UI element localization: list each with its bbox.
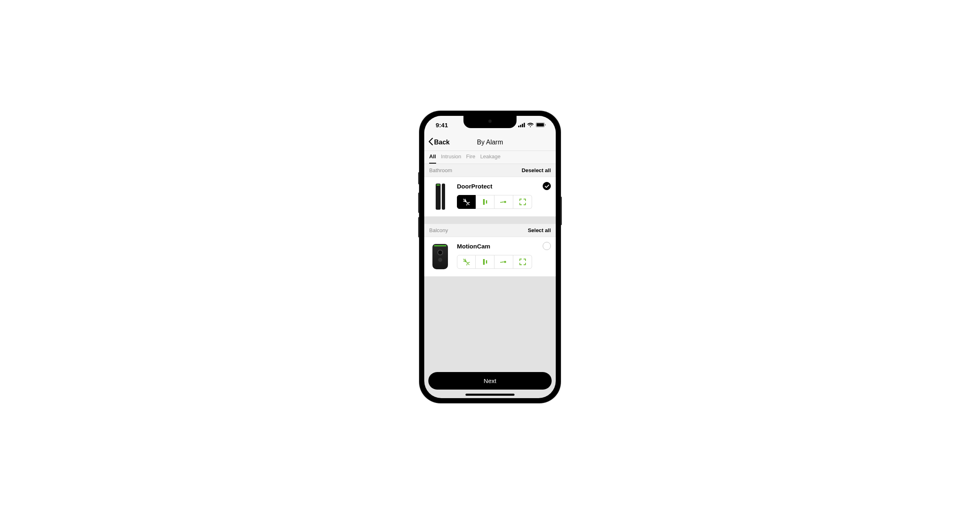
tabs: All Intrusion Fire Leakage: [424, 151, 556, 164]
svg-rect-7: [483, 199, 485, 205]
content-spacer: [424, 277, 556, 372]
attr-glass[interactable]: [494, 255, 513, 269]
svg-rect-0: [518, 126, 519, 127]
attr-intrusion[interactable]: [457, 255, 476, 269]
attribute-row: [457, 255, 551, 269]
device-checkbox[interactable]: [543, 242, 551, 250]
tab-intrusion[interactable]: Intrusion: [441, 153, 461, 164]
glass-icon: [500, 258, 508, 266]
tamper-icon: [481, 198, 489, 206]
nav-bar: Back By Alarm: [424, 134, 556, 151]
next-button[interactable]: Next: [428, 372, 552, 390]
back-label: Back: [434, 139, 450, 146]
device-image: [429, 242, 451, 271]
back-button[interactable]: Back: [428, 138, 450, 147]
tab-fire[interactable]: Fire: [466, 153, 475, 164]
notch: [463, 116, 517, 128]
svg-rect-1: [520, 125, 521, 127]
phone-frame: 9:41 Back By Alarm: [419, 111, 561, 403]
section-header-bathroom: Bathroom Deselect all: [424, 164, 556, 177]
device-row-motioncam[interactable]: MotionCam: [424, 237, 556, 277]
tamper-icon: [481, 258, 489, 266]
select-all-button[interactable]: Select all: [528, 227, 551, 233]
attr-tamper[interactable]: [476, 255, 494, 269]
attr-tamper[interactable]: [476, 195, 494, 209]
attr-glass[interactable]: [494, 195, 513, 209]
svg-point-9: [504, 201, 506, 203]
device-name: DoorProtect: [457, 183, 492, 190]
device-image: [429, 182, 451, 211]
screen: 9:41 Back By Alarm: [424, 116, 556, 398]
attr-expand[interactable]: [513, 195, 532, 209]
deselect-all-button[interactable]: Deselect all: [521, 167, 551, 173]
intrusion-icon: [462, 198, 470, 206]
expand-icon: [519, 258, 526, 266]
status-time: 9:41: [436, 122, 448, 128]
wifi-icon: [527, 122, 534, 128]
svg-rect-3: [524, 123, 525, 127]
svg-rect-5: [537, 123, 544, 126]
section-name: Balcony: [429, 227, 448, 233]
expand-icon: [519, 198, 526, 206]
home-indicator[interactable]: [466, 394, 514, 396]
page-title: By Alarm: [477, 139, 503, 146]
chevron-left-icon: [428, 138, 433, 147]
glass-icon: [500, 198, 508, 206]
tab-all[interactable]: All: [429, 153, 436, 164]
check-icon: [545, 184, 549, 188]
section-name: Bathroom: [429, 167, 452, 173]
attribute-row: [457, 195, 551, 209]
svg-rect-8: [486, 200, 487, 204]
attr-expand[interactable]: [513, 255, 532, 269]
intrusion-icon: [462, 258, 470, 266]
device-name: MotionCam: [457, 243, 490, 250]
tab-leakage[interactable]: Leakage: [480, 153, 501, 164]
device-checkbox[interactable]: [543, 182, 551, 190]
svg-rect-6: [545, 124, 546, 126]
section-header-balcony: Balcony Select all: [424, 224, 556, 237]
device-row-doorprotect[interactable]: DoorProtect: [424, 177, 556, 217]
attr-intrusion[interactable]: [457, 195, 476, 209]
svg-rect-10: [483, 259, 485, 265]
svg-rect-11: [486, 260, 487, 264]
cellular-icon: [518, 122, 525, 128]
battery-icon: [536, 122, 546, 128]
svg-point-12: [504, 261, 506, 263]
section-gap: [424, 217, 556, 224]
svg-rect-2: [522, 124, 523, 127]
